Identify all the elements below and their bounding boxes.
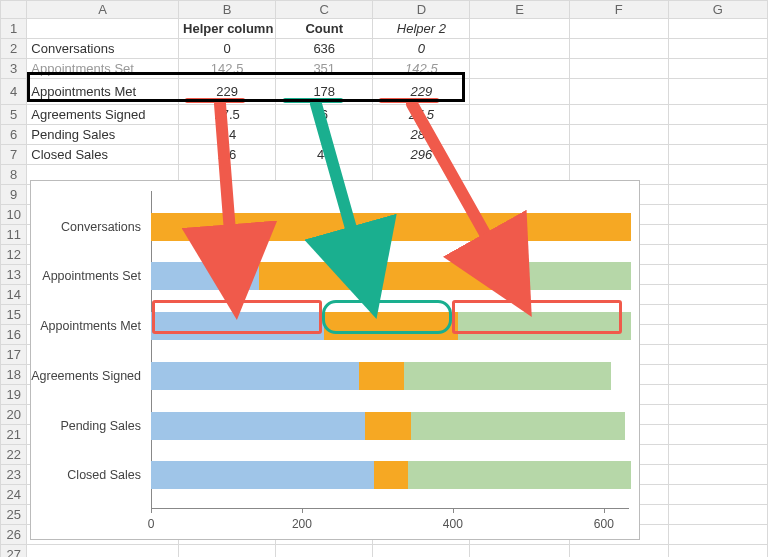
cell[interactable]: 2 4 — [179, 125, 276, 145]
row-header[interactable]: 17 — [1, 345, 27, 365]
cell[interactable] — [569, 545, 668, 558]
cell[interactable] — [668, 365, 767, 385]
cell-D4[interactable]: 229 — [373, 79, 470, 105]
row-header[interactable]: 27 — [1, 545, 27, 558]
cell[interactable] — [668, 545, 767, 558]
row-header[interactable]: 18 — [1, 365, 27, 385]
cell[interactable] — [569, 79, 668, 105]
cell[interactable]: Appointments Met — [27, 79, 179, 105]
row-header[interactable]: 7 — [1, 145, 27, 165]
col-header-A[interactable]: A — [27, 1, 179, 19]
cell[interactable] — [668, 485, 767, 505]
cell[interactable] — [569, 59, 668, 79]
corner-cell[interactable] — [1, 1, 27, 19]
cell[interactable]: 27.5 — [179, 105, 276, 125]
cell[interactable] — [569, 39, 668, 59]
cell[interactable]: 0 — [373, 39, 470, 59]
cell[interactable] — [27, 19, 179, 39]
row-header[interactable]: 9 — [1, 185, 27, 205]
row-header[interactable]: 15 — [1, 305, 27, 325]
cell[interactable]: 44 — [276, 145, 373, 165]
cell[interactable] — [668, 445, 767, 465]
row-header[interactable]: 5 — [1, 105, 27, 125]
cell[interactable]: 2 6 — [179, 145, 276, 165]
cell[interactable] — [569, 19, 668, 39]
cell[interactable]: 6 — [276, 125, 373, 145]
cell[interactable] — [470, 19, 569, 39]
cell[interactable] — [668, 39, 767, 59]
cell[interactable] — [668, 425, 767, 445]
cell[interactable]: 296 — [373, 145, 470, 165]
cell[interactable]: Count — [276, 19, 373, 39]
row-header[interactable]: 26 — [1, 525, 27, 545]
cell[interactable] — [668, 225, 767, 245]
cell[interactable] — [668, 245, 767, 265]
cell[interactable] — [668, 385, 767, 405]
cell[interactable] — [470, 125, 569, 145]
cell[interactable] — [470, 59, 569, 79]
cell[interactable]: 27.5 — [373, 105, 470, 125]
cell[interactable] — [668, 79, 767, 105]
cell[interactable]: Closed Sales — [27, 145, 179, 165]
cell[interactable] — [668, 345, 767, 365]
cell[interactable] — [470, 79, 569, 105]
row-header[interactable]: 11 — [1, 225, 27, 245]
cell[interactable]: 284 — [373, 125, 470, 145]
cell[interactable]: 0 — [179, 39, 276, 59]
cell[interactable] — [668, 285, 767, 305]
cell[interactable] — [470, 145, 569, 165]
cell[interactable] — [668, 165, 767, 185]
cell[interactable] — [668, 265, 767, 285]
cell[interactable] — [668, 405, 767, 425]
cell[interactable]: Pending Sales — [27, 125, 179, 145]
cell[interactable] — [668, 125, 767, 145]
row-header[interactable]: 1 — [1, 19, 27, 39]
cell[interactable] — [668, 185, 767, 205]
cell[interactable] — [27, 545, 179, 558]
row-header[interactable]: 22 — [1, 445, 27, 465]
cell-B4[interactable]: 229 — [179, 79, 276, 105]
row-header[interactable]: 6 — [1, 125, 27, 145]
cell[interactable] — [470, 545, 569, 558]
row-header[interactable]: 4 — [1, 79, 27, 105]
col-header-E[interactable]: E — [470, 1, 569, 19]
cell[interactable] — [668, 305, 767, 325]
row-header[interactable]: 19 — [1, 385, 27, 405]
cell[interactable] — [668, 325, 767, 345]
row-header[interactable]: 21 — [1, 425, 27, 445]
cell[interactable]: 6 — [276, 105, 373, 125]
cell[interactable]: Agreements Signed — [27, 105, 179, 125]
col-header-G[interactable]: G — [668, 1, 767, 19]
cell[interactable] — [668, 465, 767, 485]
row-header[interactable]: 10 — [1, 205, 27, 225]
cell[interactable]: 142.5 — [179, 59, 276, 79]
cell[interactable]: 142.5 — [373, 59, 470, 79]
cell-C4[interactable]: 178 — [276, 79, 373, 105]
cell[interactable] — [276, 545, 373, 558]
row-header[interactable]: 13 — [1, 265, 27, 285]
row-header[interactable]: 20 — [1, 405, 27, 425]
cell[interactable] — [668, 105, 767, 125]
cell[interactable] — [373, 545, 470, 558]
col-header-C[interactable]: C — [276, 1, 373, 19]
cell[interactable] — [179, 545, 276, 558]
col-header-F[interactable]: F — [569, 1, 668, 19]
col-header-D[interactable]: D — [373, 1, 470, 19]
cell[interactable] — [470, 105, 569, 125]
cell[interactable] — [470, 39, 569, 59]
cell[interactable] — [668, 145, 767, 165]
col-header-B[interactable]: B — [179, 1, 276, 19]
row-header[interactable]: 8 — [1, 165, 27, 185]
cell[interactable] — [569, 125, 668, 145]
cell[interactable]: Conversations — [27, 39, 179, 59]
row-header[interactable]: 25 — [1, 505, 27, 525]
row-header[interactable]: 12 — [1, 245, 27, 265]
cell[interactable] — [569, 145, 668, 165]
cell[interactable] — [668, 525, 767, 545]
row-header[interactable]: 23 — [1, 465, 27, 485]
cell[interactable]: Helper 2 — [373, 19, 470, 39]
cell[interactable]: Helper column — [179, 19, 276, 39]
cell[interactable]: 636 — [276, 39, 373, 59]
cell[interactable] — [668, 19, 767, 39]
cell[interactable]: Appointments Set — [27, 59, 179, 79]
